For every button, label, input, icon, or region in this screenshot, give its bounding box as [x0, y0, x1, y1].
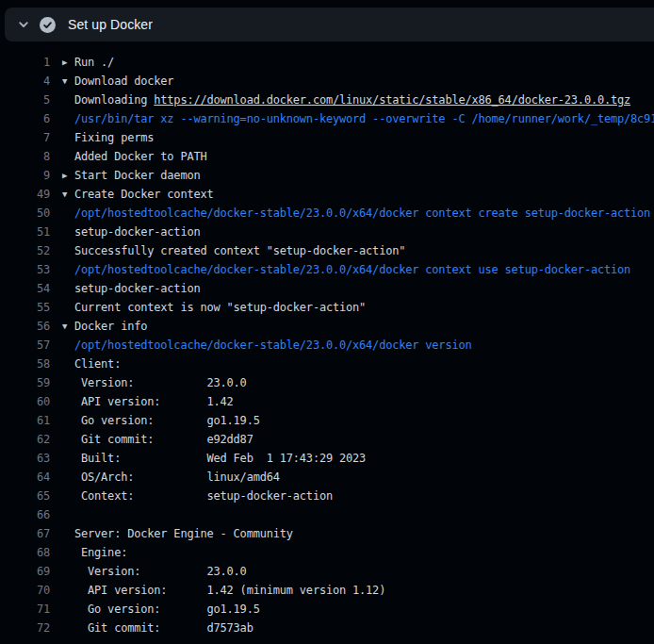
line-number[interactable]: 9 — [0, 166, 50, 185]
triangle-expanded-icon[interactable]: ▼ — [62, 185, 74, 204]
log-text: Git commit: d7573ab — [74, 621, 253, 635]
step-header[interactable]: Set up Docker — [5, 8, 654, 41]
line-number[interactable]: 7 — [0, 128, 50, 147]
triangle-expanded-icon[interactable]: ▼ — [62, 72, 74, 91]
log-text-line: Built: Wed Feb 1 17:43:29 2023 — [62, 449, 366, 468]
log-text: Context: setup-docker-action — [74, 489, 333, 503]
log-text-line: API version: 1.42 — [62, 392, 234, 411]
log-text-line: Go version: go1.19.5 — [62, 411, 260, 430]
log-text-line: setup-docker-action — [62, 279, 200, 298]
log-text: Git commit: e92dd87 — [74, 433, 253, 446]
group-title: Docker info — [74, 320, 147, 333]
line-number[interactable]: 61 — [0, 411, 50, 430]
triangle-expanded-icon[interactable]: ▼ — [62, 317, 74, 336]
log-text: Successfully created context "setup-dock… — [74, 244, 405, 257]
line-number[interactable]: 70 — [0, 581, 50, 600]
log-text: setup-docker-action — [74, 282, 200, 295]
log-text: Built: Wed Feb 1 17:43:29 2023 — [74, 452, 366, 465]
line-number[interactable]: 57 — [0, 336, 50, 355]
line-number[interactable]: 8 — [0, 147, 50, 166]
line-number[interactable]: 65 — [0, 487, 50, 505]
line-number[interactable]: 71 — [0, 600, 50, 619]
log-line: 49▼Create Docker context — [0, 185, 654, 204]
line-number[interactable]: 58 — [0, 355, 50, 373]
log-empty-line — [62, 505, 74, 524]
log-group-toggle[interactable]: ▶Start Docker daemon — [62, 166, 200, 185]
log-text: Go version: go1.19.5 — [74, 603, 260, 616]
line-number[interactable]: 6 — [0, 109, 50, 128]
log-line: 7Fixing perms — [0, 128, 654, 147]
log-line: 60 API version: 1.42 — [0, 392, 654, 411]
log-text-line: Fixing perms — [62, 128, 154, 147]
line-number[interactable]: 53 — [0, 260, 50, 279]
log-line: 62 Git commit: e92dd87 — [0, 430, 654, 449]
line-number[interactable]: 55 — [0, 298, 50, 317]
line-number[interactable]: 63 — [0, 449, 50, 468]
line-number[interactable]: 69 — [0, 562, 50, 581]
line-number[interactable]: 56 — [0, 317, 50, 336]
line-number[interactable]: 52 — [0, 241, 50, 260]
log-text-line: Current context is now "setup-docker-act… — [62, 298, 366, 317]
log-group-toggle[interactable]: ▼Download docker — [62, 72, 173, 91]
line-number[interactable]: 50 — [0, 204, 50, 223]
chevron-down-icon[interactable] — [16, 17, 31, 32]
line-number[interactable]: 68 — [0, 543, 50, 562]
triangle-collapsed-icon[interactable]: ▶ — [62, 53, 74, 72]
line-number[interactable]: 5 — [0, 91, 50, 109]
line-number[interactable]: 60 — [0, 392, 50, 411]
log-text-line: API version: 1.42 (minimum version 1.12) — [62, 581, 385, 600]
log-group-toggle[interactable]: ▼Docker info — [62, 317, 147, 336]
log-command-line: /opt/hostedtoolcache/docker-stable/23.0.… — [62, 336, 471, 355]
group-title: Run ./ — [74, 56, 114, 69]
log-line: 66 — [0, 505, 654, 524]
line-number[interactable]: 72 — [0, 619, 50, 637]
log-line: 65 Context: setup-docker-action — [0, 487, 654, 505]
log-line: 64 OS/Arch: linux/amd64 — [0, 468, 654, 487]
log-line: 54setup-docker-action — [0, 279, 654, 298]
line-number[interactable]: 51 — [0, 223, 50, 241]
log-command-line: /opt/hostedtoolcache/docker-stable/23.0.… — [62, 204, 650, 223]
log-text-line: setup-docker-action — [62, 223, 200, 241]
log-text: Server: Docker Engine - Community — [74, 527, 293, 540]
log-line: 55Current context is now "setup-docker-a… — [0, 298, 654, 317]
line-number[interactable]: 64 — [0, 468, 50, 487]
log-line: 4▼Download docker — [0, 72, 654, 91]
group-title: Download docker — [74, 74, 173, 88]
log-line: 50/opt/hostedtoolcache/docker-stable/23.… — [0, 204, 654, 223]
log-line: 72 Git commit: d7573ab — [0, 619, 654, 637]
line-number[interactable]: 66 — [0, 505, 50, 524]
check-circle-icon — [40, 17, 56, 33]
log-line: 58Client: — [0, 355, 654, 373]
line-number[interactable]: 49 — [0, 185, 50, 204]
line-number[interactable]: 59 — [0, 373, 50, 392]
line-number[interactable]: 1 — [0, 53, 50, 72]
log-line: 61 Go version: go1.19.5 — [0, 411, 654, 430]
log-text-line: Git commit: d7573ab — [62, 619, 253, 637]
log-text: Current context is now "setup-docker-act… — [74, 301, 366, 314]
log-line: 9▶Start Docker daemon — [0, 166, 654, 185]
group-title: Start Docker daemon — [74, 169, 200, 182]
log: 1▶Run ./4▼Download docker5Downloading ht… — [0, 41, 654, 637]
log-link[interactable]: https://download.docker.com/linux/static… — [154, 93, 630, 107]
log-text-line: OS/Arch: linux/amd64 — [62, 468, 280, 487]
log-group-toggle[interactable]: ▼Create Docker context — [62, 185, 214, 204]
triangle-collapsed-icon[interactable]: ▶ — [62, 166, 74, 185]
log-text: Downloading — [74, 93, 154, 107]
log-group-toggle[interactable]: ▶Run ./ — [62, 53, 114, 72]
log-text: Version: 23.0.0 — [74, 565, 247, 578]
log-link-line: Downloading https://download.docker.com/… — [62, 91, 630, 109]
line-number[interactable]: 67 — [0, 524, 50, 543]
line-number[interactable]: 62 — [0, 430, 50, 449]
log-line: 53/opt/hostedtoolcache/docker-stable/23.… — [0, 260, 654, 279]
log-line: 69 Version: 23.0.0 — [0, 562, 654, 581]
log-line: 5Downloading https://download.docker.com… — [0, 91, 654, 109]
line-number[interactable]: 4 — [0, 72, 50, 91]
log-text: Fixing perms — [74, 131, 154, 144]
log-text: Version: 23.0.0 — [74, 376, 247, 389]
line-number[interactable]: 54 — [0, 279, 50, 298]
log-text: Engine: — [74, 546, 127, 559]
log-text-line: Version: 23.0.0 — [62, 373, 247, 392]
step-title: Set up Docker — [68, 17, 153, 32]
log-line: 8Added Docker to PATH — [0, 147, 654, 166]
log-line: 63 Built: Wed Feb 1 17:43:29 2023 — [0, 449, 654, 468]
